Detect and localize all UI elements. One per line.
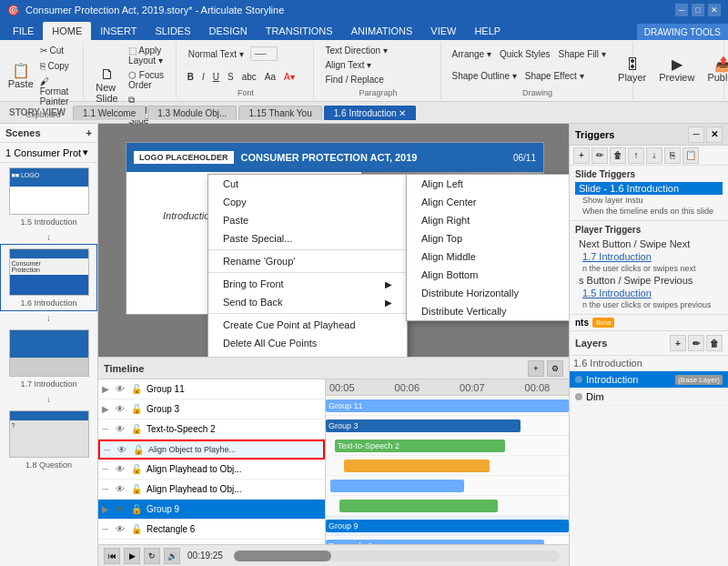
triggers-collapse-button[interactable]: ─ [688, 126, 704, 143]
trigger-up-button[interactable]: ↑ [628, 147, 644, 164]
bold-button[interactable]: B [184, 70, 197, 84]
tab-home[interactable]: HOME [43, 22, 91, 40]
underline-button[interactable]: U [209, 70, 223, 84]
trigger-edit-button[interactable]: ✏ [592, 147, 608, 164]
apply-layout-button[interactable]: ⬚ Apply Layout ▾ [125, 44, 170, 67]
expand-icon-ap[interactable]: ─ [104, 445, 115, 455]
player-trigger-2-link-text[interactable]: 1.5 Introduction [582, 288, 652, 298]
eye-icon-as[interactable]: 👁 [116, 464, 128, 474]
scrollbar-thumb[interactable] [234, 551, 331, 561]
close-button[interactable]: ✕ [708, 4, 721, 16]
lock-icon-g9[interactable]: 🔓 [131, 504, 144, 514]
trigger-paste-button[interactable]: 📋 [682, 147, 699, 164]
font-size-input[interactable]: ── [250, 46, 278, 61]
play-back-button[interactable]: ⏮ [104, 548, 120, 564]
tab-design[interactable]: DESIGN [200, 22, 257, 40]
ctx-bring-front[interactable]: Bring to Front ▶ [208, 275, 407, 293]
timeline-settings-button[interactable]: ⚙ [547, 360, 563, 377]
expand-icon-r6[interactable]: ─ [102, 524, 113, 534]
lock-icon-g3[interactable]: 🔓 [131, 404, 144, 414]
slide-thumb-1-8[interactable]: ? 1.8 Question [0, 406, 97, 473]
ctx-copy[interactable]: Copy [208, 193, 407, 211]
ctx-create-cue[interactable]: Create Cue Point at Playhead [208, 316, 407, 334]
tab-welcome[interactable]: 1.1 Welcome [73, 106, 146, 120]
scenes-add-button[interactable]: + [86, 127, 92, 138]
find-replace-button[interactable]: Find / Replace [321, 73, 387, 86]
trigger-down-button[interactable]: ↓ [646, 147, 662, 164]
format-painter-button[interactable]: 🖌 Format Painter [36, 75, 80, 108]
eye-icon-ap[interactable]: 👁 [117, 445, 130, 455]
expand-icon-g11[interactable]: ▶ [102, 384, 113, 394]
tab-file[interactable]: FILE [4, 22, 43, 40]
trigger-copy-button[interactable]: ⎘ [664, 147, 681, 164]
ctx-send-back[interactable]: Send to Back ▶ [208, 293, 407, 311]
loop-button[interactable]: ↻ [144, 548, 160, 564]
eye-icon-ae[interactable]: 👁 [116, 484, 128, 494]
player-trigger-1[interactable]: Next Button / Swipe Next [575, 238, 723, 250]
align-left[interactable]: Align Left [407, 175, 569, 193]
align-top[interactable]: Align Top [407, 229, 569, 248]
normal-text-button[interactable]: Normal Text ▾ [184, 46, 248, 62]
layers-delete-button[interactable]: 🗑 [706, 335, 723, 351]
arrange-button[interactable]: Arrange ▾ [449, 47, 495, 61]
ctx-align-cue[interactable]: Align to Cue Point ▶ [208, 352, 407, 357]
layers-add-button[interactable]: + [670, 335, 686, 351]
align-center[interactable]: Align Center [407, 193, 569, 211]
scene-dropdown[interactable]: 1 Consumer Prot ▾ [0, 143, 97, 163]
align-text-button[interactable]: Align Text ▾ [321, 58, 375, 72]
slide-thumb-1-7[interactable]: 1.7 Introduction [0, 325, 97, 392]
timeline-add-button[interactable]: + [528, 360, 544, 377]
eye-icon-r6[interactable]: 👁 [116, 524, 128, 534]
layers-edit-button[interactable]: ✏ [688, 335, 704, 351]
text-direction-button[interactable]: Text Direction ▾ [321, 44, 390, 57]
ctx-delete-cue[interactable]: Delete All Cue Points [208, 334, 407, 352]
trigger-delete-button[interactable]: 🗑 [610, 147, 626, 164]
play-button[interactable]: ▶ [124, 548, 140, 564]
player-trigger-1-link-text[interactable]: 1.7 Introduction [582, 251, 652, 262]
tab-slides[interactable]: SLIDES [146, 22, 199, 40]
copy-button[interactable]: ⎘ Copy [36, 59, 80, 73]
quick-styles-button[interactable]: Quick Styles [496, 47, 554, 61]
tab-module-obj[interactable]: 1.3 Module Obj... [147, 106, 237, 120]
tab-insert[interactable]: INSERT [91, 22, 146, 40]
align-bottom[interactable]: Align Bottom [407, 266, 569, 284]
distribute-horiz[interactable]: Distribute Horizontally [407, 284, 569, 302]
lock-icon-g11[interactable]: 🔓 [131, 384, 144, 394]
lock-icon-r6[interactable]: 🔓 [131, 524, 144, 534]
shape-effect-button[interactable]: Shape Effect ▾ [521, 69, 588, 83]
lock-icon-tts2[interactable]: 🔓 [131, 424, 144, 434]
triggers-close-button[interactable]: ✕ [706, 126, 723, 143]
align-middle[interactable]: Align Middle [407, 248, 569, 266]
lock-icon-ae[interactable]: 🔓 [131, 484, 144, 494]
eye-icon-g11[interactable]: 👁 [116, 384, 128, 394]
expand-icon-ae[interactable]: ─ [102, 484, 113, 494]
eye-icon-g3[interactable]: 👁 [116, 404, 128, 414]
player-trigger-2[interactable]: s Button / Swipe Previous [575, 274, 723, 287]
subscript-button[interactable]: abc [238, 70, 260, 84]
trigger-add-button[interactable]: + [573, 147, 590, 164]
ctx-rename[interactable]: Rename 'Group' [208, 252, 407, 270]
expand-icon-g3[interactable]: ▶ [102, 404, 113, 414]
lock-icon-ap[interactable]: 🔓 [133, 445, 146, 455]
layer-item-introduction[interactable]: Introduction (Base Layer) [570, 371, 728, 389]
paste-button[interactable]: 📋 Paste [7, 61, 35, 92]
distribute-vert[interactable]: Distribute Vertically [407, 302, 569, 320]
ctx-cut[interactable]: Cut [208, 175, 407, 193]
expand-icon-tts2[interactable]: ─ [102, 424, 113, 434]
slide-thumb-1-6[interactable]: ConsumerProtection 1.6 Introduction [0, 244, 97, 311]
tab-animations[interactable]: ANIMATIONS [342, 22, 422, 40]
tab-help[interactable]: HELP [465, 22, 510, 40]
shape-outline-button[interactable]: Shape Outline ▾ [449, 69, 521, 83]
expand-icon-as[interactable]: ─ [102, 464, 113, 474]
window-controls[interactable]: ─ □ ✕ [675, 4, 721, 16]
preview-button[interactable]: ▶ Preview [654, 55, 699, 86]
font-color-button[interactable]: A▾ [280, 70, 298, 84]
lock-icon-as[interactable]: 🔓 [131, 464, 144, 474]
minimize-button[interactable]: ─ [675, 4, 688, 16]
shape-fill-button[interactable]: Shape Fill ▾ [555, 47, 610, 61]
tab-thank-you[interactable]: 1.15 Thank You [238, 106, 321, 120]
maximize-button[interactable]: □ [692, 4, 704, 16]
eye-icon-tts2[interactable]: 👁 [116, 424, 128, 434]
slide-thumb-1-5[interactable]: ■■ LOGO 1.5 Introduction [0, 163, 97, 230]
timeline-scrollbar[interactable] [234, 551, 560, 561]
